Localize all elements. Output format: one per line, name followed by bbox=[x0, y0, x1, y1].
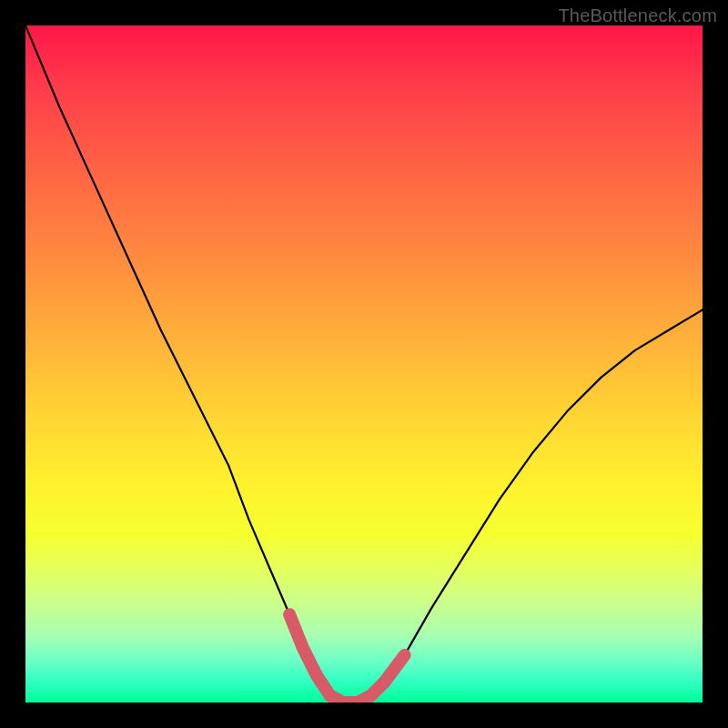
bottleneck-chart bbox=[25, 25, 703, 703]
bottleneck-curve bbox=[25, 25, 703, 703]
chart-frame bbox=[25, 25, 703, 703]
watermark-text: TheBottleneck.com bbox=[558, 5, 717, 26]
bottom-highlight bbox=[289, 614, 404, 703]
